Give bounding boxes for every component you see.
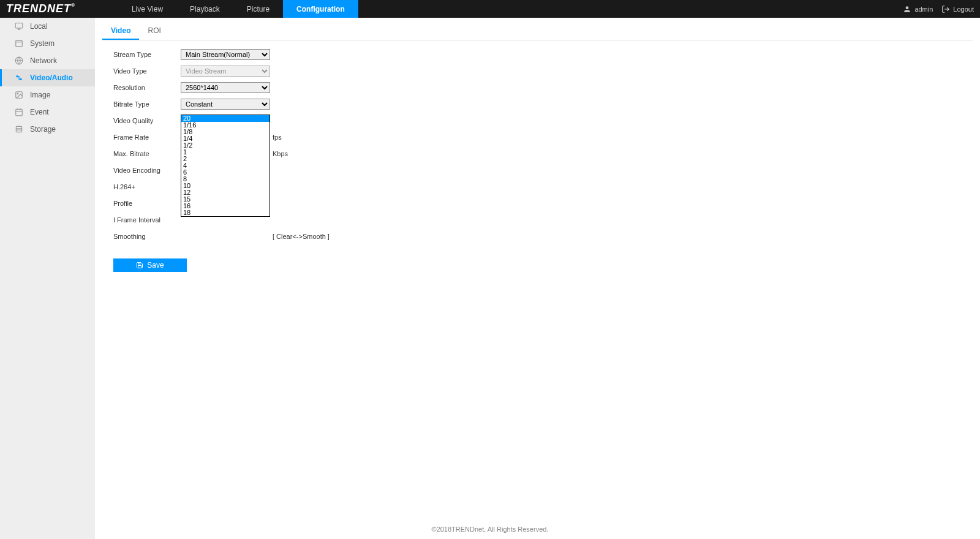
calendar-icon (14, 107, 24, 117)
user-icon (903, 5, 911, 13)
resolution-select[interactable]: 2560*1440 (181, 82, 270, 93)
sidebar-item-label: System (30, 39, 55, 48)
video-quality-label: Video Quality (113, 117, 181, 124)
svg-point-10 (17, 93, 18, 94)
storage-icon (14, 124, 24, 134)
svg-rect-3 (16, 40, 23, 46)
tab-video[interactable]: Video (102, 23, 139, 40)
frame-rate-option[interactable]: 1/8 (181, 129, 270, 135)
sidebar-item-label: Network (30, 56, 57, 65)
frame-rate-option[interactable]: 8 (181, 176, 270, 183)
svg-rect-0 (15, 23, 23, 28)
sidebar-item-label: Image (30, 91, 50, 99)
brand-logo: TRENDNET® (0, 2, 88, 15)
monitor-icon (14, 21, 24, 31)
logout-label: Logout (953, 6, 974, 13)
nav-live-view[interactable]: Live View (118, 0, 176, 18)
video-encoding-label: Video Encoding (113, 167, 181, 174)
frame-rate-option[interactable]: 1/4 (181, 135, 270, 142)
h264plus-label: H.264+ (113, 183, 181, 190)
sidebar-item-event[interactable]: Event (0, 104, 95, 121)
sidebar-item-video-audio[interactable]: Video/Audio (0, 69, 95, 86)
smoothing-label: Smoothing (113, 233, 181, 240)
svg-point-7 (16, 75, 18, 78)
sidebar-item-label: Event (30, 108, 49, 116)
user-display[interactable]: admin (903, 5, 933, 13)
bitrate-type-select[interactable]: Constant (181, 99, 270, 110)
nav-configuration[interactable]: Configuration (283, 0, 358, 18)
sidebar-item-label: Video/Audio (30, 74, 73, 82)
frame-rate-option[interactable]: 1/16 (181, 122, 270, 129)
frame-rate-unit: fps (273, 134, 282, 141)
main-content: Video ROI Stream Type Main Stream(Normal… (95, 18, 980, 539)
top-nav: Live View Playback Picture Configuration (118, 0, 358, 18)
frame-rate-option[interactable]: 10 (181, 183, 270, 189)
sidebar-item-network[interactable]: Network (0, 52, 95, 69)
image-icon (14, 90, 24, 100)
sidebar-item-label: Storage (30, 125, 56, 134)
logout-button[interactable]: Logout (941, 5, 974, 13)
window-icon (14, 39, 24, 48)
video-type-label: Video Type (113, 67, 181, 75)
sidebar-item-storage[interactable]: Storage (0, 121, 95, 138)
sidebar: Local System Network Video/Audio Image E… (0, 18, 95, 539)
footer: ©2018TRENDnet. All Rights Reserved. (0, 526, 980, 533)
frame-rate-option[interactable]: 16 (181, 203, 270, 209)
sidebar-item-system[interactable]: System (0, 35, 95, 52)
resolution-label: Resolution (113, 84, 181, 91)
save-icon (136, 262, 143, 269)
frame-rate-option[interactable]: 1/2 (181, 142, 270, 149)
sidebar-item-label: Local (30, 22, 48, 31)
tabs: Video ROI (102, 23, 973, 40)
frame-rate-option[interactable]: 6 (181, 169, 270, 176)
frame-rate-option[interactable]: 18 (181, 209, 270, 216)
video-form: Stream Type Main Stream(Normal) Video Ty… (113, 48, 973, 272)
frame-rate-option[interactable]: 4 (181, 162, 270, 169)
iframe-label: I Frame Interval (113, 216, 181, 224)
svg-rect-11 (16, 109, 23, 116)
stream-type-select[interactable]: Main Stream(Normal) (181, 49, 270, 60)
logout-icon (941, 5, 950, 13)
globe-icon (14, 56, 24, 66)
svg-point-8 (20, 78, 22, 80)
frame-rate-option[interactable]: 12 (181, 189, 270, 196)
stream-type-label: Stream Type (113, 51, 181, 58)
frame-rate-option[interactable]: 15 (181, 196, 270, 203)
max-bitrate-label: Max. Bitrate (113, 150, 181, 157)
bitrate-type-label: Bitrate Type (113, 100, 181, 108)
smoothing-hint: [ Clear<->Smooth ] (273, 233, 330, 240)
username: admin (914, 6, 933, 13)
save-button[interactable]: Save (113, 258, 187, 272)
sidebar-item-local[interactable]: Local (0, 18, 95, 35)
tab-roi[interactable]: ROI (139, 23, 169, 40)
svg-rect-15 (16, 126, 21, 132)
max-bitrate-unit: Kbps (273, 150, 288, 157)
nav-playback[interactable]: Playback (176, 0, 233, 18)
frame-rate-dropdown[interactable]: 201/161/81/41/2124681012151618 (181, 115, 270, 217)
video-type-select: Video Stream (181, 66, 270, 77)
sidebar-item-image[interactable]: Image (0, 86, 95, 104)
frame-rate-option[interactable]: 1 (181, 149, 270, 156)
nav-picture[interactable]: Picture (233, 0, 283, 18)
video-audio-icon (14, 73, 24, 83)
frame-rate-label: Frame Rate (113, 134, 181, 141)
header: TRENDNET® Live View Playback Picture Con… (0, 0, 980, 18)
frame-rate-option[interactable]: 2 (181, 156, 270, 162)
profile-label: Profile (113, 200, 181, 207)
save-label: Save (147, 261, 164, 270)
